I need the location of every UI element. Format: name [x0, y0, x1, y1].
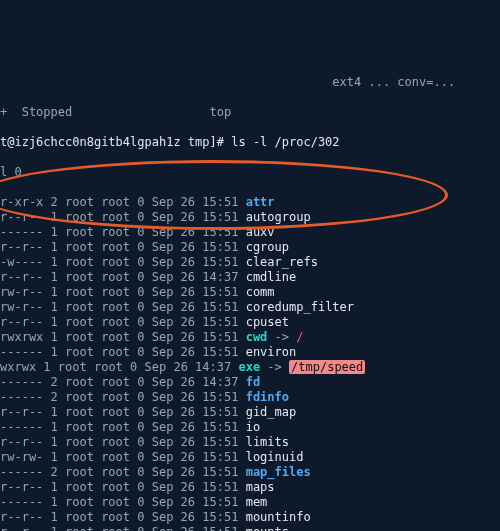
owner: root root 0 — [58, 240, 145, 254]
date: Sep 26 15:51 — [145, 525, 246, 531]
perm: -w---- 1 — [0, 255, 58, 269]
file-name: autogroup — [246, 210, 311, 224]
date: Sep 26 15:51 — [145, 225, 246, 239]
perm: rw-r-- 1 — [0, 285, 58, 299]
perm: r--r-- 1 — [0, 240, 58, 254]
perm: r--r-- 1 — [0, 510, 58, 524]
file-name: fd — [246, 375, 260, 389]
owner: root root 0 — [58, 195, 145, 209]
prompt-line[interactable]: t@izj6chcc0n8gitb4lgpah1z tmp]# ls -l /p… — [0, 135, 500, 150]
date: Sep 26 15:51 — [145, 450, 246, 464]
prompt-command: ls -l /proc/302 — [231, 135, 339, 149]
file-name: cmdline — [246, 270, 297, 284]
perm: r--r-- 1 — [0, 480, 58, 494]
list-row: rw-rw- 1 root root 0 Sep 26 15:51 loginu… — [0, 450, 500, 465]
list-row: r--r-- 1 root root 0 Sep 26 15:51 cpuset — [0, 315, 500, 330]
date: Sep 26 15:51 — [145, 435, 246, 449]
list-row: r--r-- 1 root root 0 Sep 26 15:51 autogr… — [0, 210, 500, 225]
list-row: r-xr-x 2 root root 0 Sep 26 15:51 attr — [0, 195, 500, 210]
date: Sep 26 15:51 — [145, 495, 246, 509]
date: Sep 26 15:51 — [145, 510, 246, 524]
owner: root root 0 — [58, 225, 145, 239]
file-name: environ — [246, 345, 297, 359]
list-row: r--r-- 1 root root 0 Sep 26 15:51 cgroup — [0, 240, 500, 255]
file-name: loginuid — [246, 450, 304, 464]
perm: rw-r-- 1 — [0, 300, 58, 314]
list-row: wxrwx 1 root root 0 Sep 26 14:37 exe -> … — [0, 360, 500, 375]
total-line: l 0 — [0, 165, 500, 180]
list-row: rw-r-- 1 root root 0 Sep 26 15:51 comm — [0, 285, 500, 300]
list-row: ------ 1 root root 0 Sep 26 15:51 mem — [0, 495, 500, 510]
date: Sep 26 15:51 — [145, 345, 246, 359]
perm: r--r-- 1 — [0, 435, 58, 449]
list-row: r--r-- 1 root root 0 Sep 26 15:51 gid_ma… — [0, 405, 500, 420]
link-target: /tmp/speed — [289, 360, 365, 374]
perm: rw-rw- 1 — [0, 450, 58, 464]
owner: root root 0 — [58, 270, 145, 284]
file-listing: r-xr-x 2 root root 0 Sep 26 15:51 attrr-… — [0, 195, 500, 531]
file-name: limits — [246, 435, 289, 449]
list-row: r--r-- 1 root root 0 Sep 26 15:51 mounti… — [0, 510, 500, 525]
owner: root root 0 — [58, 285, 145, 299]
list-row: r--r-- 1 root root 0 Sep 26 14:37 cmdlin… — [0, 270, 500, 285]
date: Sep 26 15:51 — [145, 240, 246, 254]
owner: root root 0 — [58, 300, 145, 314]
list-row: ------ 1 root root 0 Sep 26 15:51 io — [0, 420, 500, 435]
file-name: auxv — [246, 225, 275, 239]
date: Sep 26 14:37 — [145, 375, 246, 389]
owner: root root 0 — [58, 330, 145, 344]
date: Sep 26 15:51 — [145, 480, 246, 494]
header-line: ext4 ... conv=... — [0, 75, 500, 90]
arrow-icon: -> — [267, 330, 296, 344]
owner: root root 0 — [58, 480, 145, 494]
owner: root root 0 — [51, 360, 138, 374]
file-name: mountinfo — [246, 510, 311, 524]
owner: root root 0 — [58, 345, 145, 359]
list-row: r--r-- 1 root root 0 Sep 26 15:51 limits — [0, 435, 500, 450]
perm: r-xr-x 2 — [0, 195, 58, 209]
owner: root root 0 — [58, 450, 145, 464]
terminal-wrap: { "header_right": "ext4 ... conv=...", "… — [0, 15, 500, 531]
prompt-host: t@izj6chcc0n8gitb4lgpah1z tmp]# — [0, 135, 224, 149]
date: Sep 26 15:51 — [145, 420, 246, 434]
file-name: cgroup — [246, 240, 289, 254]
file-name: comm — [246, 285, 275, 299]
file-name: mounts — [246, 525, 289, 531]
date: Sep 26 15:51 — [145, 195, 246, 209]
link-target: / — [296, 330, 303, 344]
owner: root root 0 — [58, 465, 145, 479]
date: Sep 26 15:51 — [145, 330, 246, 344]
owner: root root 0 — [58, 375, 145, 389]
perm: ------ 1 — [0, 225, 58, 239]
date: Sep 26 15:51 — [145, 300, 246, 314]
owner: root root 0 — [58, 435, 145, 449]
list-row: ------ 2 root root 0 Sep 26 15:51 fdinfo — [0, 390, 500, 405]
list-row: r--r-- 1 root root 0 Sep 26 15:51 mounts — [0, 525, 500, 531]
perm: r--r-- 1 — [0, 405, 58, 419]
perm: wxrwx 1 — [0, 360, 51, 374]
owner: root root 0 — [58, 510, 145, 524]
file-name: exe — [238, 360, 260, 374]
list-row: ------ 2 root root 0 Sep 26 15:51 map_fi… — [0, 465, 500, 480]
file-name: cwd — [246, 330, 268, 344]
list-row: r--r-- 1 root root 0 Sep 26 15:51 maps — [0, 480, 500, 495]
owner: root root 0 — [58, 525, 145, 531]
perm: ------ 2 — [0, 375, 58, 389]
date: Sep 26 15:51 — [145, 465, 246, 479]
owner: root root 0 — [58, 405, 145, 419]
date: Sep 26 14:37 — [137, 360, 238, 374]
file-name: map_files — [246, 465, 311, 479]
file-name: io — [246, 420, 260, 434]
date: Sep 26 15:51 — [145, 285, 246, 299]
owner: root root 0 — [58, 420, 145, 434]
perm: ------ 2 — [0, 465, 58, 479]
file-name: clear_refs — [246, 255, 318, 269]
file-name: cpuset — [246, 315, 289, 329]
file-name: coredump_filter — [246, 300, 354, 314]
perm: r--r-- 1 — [0, 210, 58, 224]
perm: ------ 1 — [0, 345, 58, 359]
file-name: fdinfo — [246, 390, 289, 404]
file-name: attr — [246, 195, 275, 209]
date: Sep 26 15:51 — [145, 315, 246, 329]
list-row: ------ 1 root root 0 Sep 26 15:51 enviro… — [0, 345, 500, 360]
